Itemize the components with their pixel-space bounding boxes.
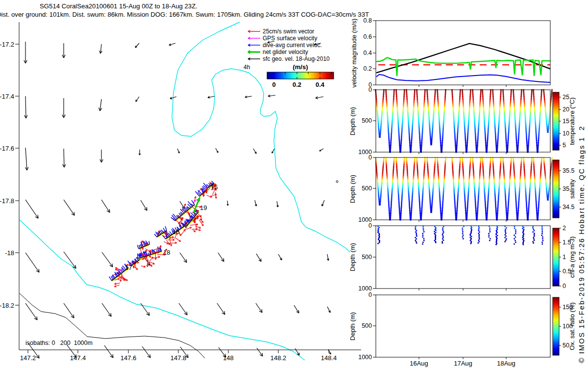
salinity-marker — [479, 178, 481, 180]
temperature-marker — [408, 117, 409, 118]
dive-avg-current-hatch — [184, 207, 188, 210]
temperature-marker — [538, 149, 539, 151]
temperature-marker — [438, 104, 439, 105]
temperature-marker — [493, 111, 495, 113]
salinity-marker — [409, 203, 410, 205]
salinity-marker — [475, 204, 476, 206]
chl-marker — [443, 232, 444, 233]
salinity-marker — [479, 181, 480, 182]
salinity-marker — [390, 217, 392, 218]
temperature-marker — [463, 111, 465, 113]
temperature-marker — [442, 141, 443, 143]
temperature-marker — [482, 93, 484, 94]
temperature-marker — [421, 134, 423, 135]
salinity-marker — [457, 194, 459, 196]
chl-marker — [533, 237, 535, 238]
temperature-marker — [479, 109, 481, 110]
temperature-marker — [528, 147, 529, 148]
temperature-marker — [541, 90, 542, 92]
salinity-marker — [408, 185, 409, 187]
temperature-marker — [422, 127, 423, 128]
temperature-marker — [395, 90, 397, 92]
chl-marker — [505, 230, 506, 232]
salinity-marker — [510, 168, 512, 170]
salinity-marker — [548, 190, 550, 192]
salinity-marker — [477, 213, 478, 214]
temperature-marker — [424, 101, 425, 102]
temperature-marker — [535, 123, 537, 124]
salinity-marker — [539, 197, 540, 198]
temperature-marker — [429, 119, 430, 121]
salinity-marker — [480, 159, 482, 161]
temperature-marker — [412, 127, 413, 128]
temperature-marker — [490, 92, 491, 93]
salinity-marker — [524, 169, 525, 171]
temperature-marker — [441, 144, 443, 146]
salinity-marker — [533, 158, 534, 159]
salinity-marker — [543, 163, 545, 164]
temperature-marker — [474, 115, 475, 117]
temperature-marker — [387, 117, 389, 118]
salinity-marker — [514, 183, 516, 184]
temperature-marker — [529, 133, 530, 134]
salinity-marker — [402, 183, 404, 184]
salinity-marker — [443, 183, 445, 184]
salinity-marker — [466, 210, 468, 212]
salinity-marker — [454, 193, 455, 194]
salinity-marker — [430, 206, 431, 207]
salinity-marker — [516, 213, 517, 214]
temperature-marker — [543, 90, 544, 92]
temperature-marker — [377, 110, 378, 112]
temperature-marker — [416, 95, 418, 97]
temperature-marker — [538, 135, 539, 137]
temperature-marker — [536, 144, 538, 146]
salinity-marker — [433, 187, 434, 188]
salinity-marker — [541, 159, 542, 161]
temperature-marker — [514, 102, 515, 103]
temperature-marker — [492, 98, 494, 100]
salinity-marker — [386, 174, 388, 176]
chl-marker — [435, 230, 437, 231]
temperature-marker — [418, 120, 419, 122]
salinity-marker — [497, 212, 498, 213]
temperature-marker — [545, 109, 546, 110]
salinity-marker — [402, 189, 403, 191]
salinity-marker — [506, 213, 507, 214]
salinity-marker — [421, 215, 422, 217]
salinity-marker — [382, 179, 383, 181]
salinity-marker — [464, 188, 465, 189]
salinity-marker — [452, 164, 453, 166]
salinity-marker — [408, 197, 410, 198]
salinity-marker — [526, 208, 528, 210]
chl-marker — [505, 234, 506, 236]
salinity-marker — [497, 213, 498, 214]
salinity-marker — [422, 189, 424, 191]
salinity-marker — [441, 215, 443, 217]
temperature-marker — [429, 125, 431, 127]
temperature-marker — [495, 138, 496, 139]
temperature-marker — [465, 131, 466, 132]
temperature-marker — [529, 119, 531, 121]
temperature-marker — [454, 125, 455, 127]
temperature-marker — [517, 145, 519, 147]
salinity-marker — [396, 172, 398, 173]
temperature-marker — [401, 127, 403, 128]
sfc-geo-current-arrow — [64, 252, 76, 268]
salinity-marker — [499, 181, 500, 182]
salinity-marker — [454, 199, 456, 201]
salinity-marker — [397, 177, 398, 178]
chl-marker — [534, 234, 535, 236]
salinity-marker — [462, 164, 464, 166]
temperature-marker — [444, 106, 445, 108]
salinity-marker — [380, 197, 382, 198]
chl-marker — [478, 233, 480, 234]
temperature-marker — [417, 109, 419, 110]
temperature-marker — [463, 114, 465, 116]
temperature-marker — [464, 124, 466, 126]
temperature-marker — [377, 111, 378, 113]
temperature-marker — [540, 104, 541, 105]
temperature-marker — [459, 106, 460, 108]
salinity-marker — [379, 201, 380, 202]
temperature-marker — [378, 127, 379, 128]
chl-marker — [478, 242, 479, 244]
